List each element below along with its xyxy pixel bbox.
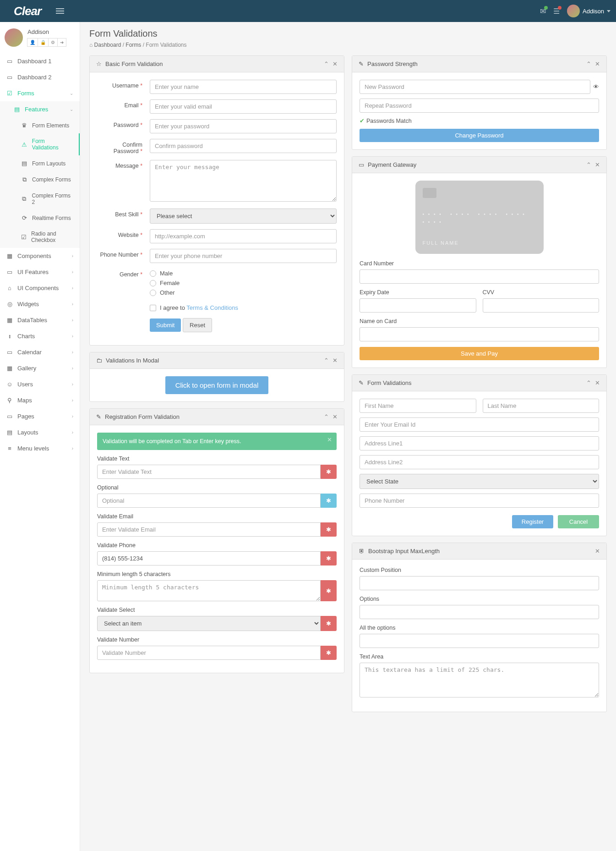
optional-input[interactable] <box>97 494 321 508</box>
register-button[interactable]: Register <box>512 515 553 528</box>
sidebar-item-complex-forms[interactable]: ⧉Complex Forms <box>0 171 80 188</box>
sidebar-item-datatables[interactable]: ▦DataTables› <box>0 312 80 328</box>
collapse-icon[interactable]: ⌃ <box>586 60 591 67</box>
close-icon[interactable]: ✕ <box>333 413 338 420</box>
cancel-button[interactable]: Cancel <box>558 515 599 528</box>
close-icon[interactable]: ✕ <box>333 357 338 364</box>
terms-checkbox[interactable]: I agree to Terms & Conditions <box>150 303 337 313</box>
confirm-password-input[interactable] <box>150 139 337 153</box>
alert-close-icon[interactable]: ✕ <box>327 436 332 443</box>
collapse-icon[interactable]: ⌃ <box>324 413 329 420</box>
custom-position-input[interactable] <box>360 576 599 590</box>
menu-toggle-icon[interactable] <box>52 3 68 19</box>
breadcrumb-link[interactable]: Dashboard <box>94 42 121 48</box>
skill-select[interactable]: Please select <box>150 209 337 224</box>
sidebar-item-realtime-forms[interactable]: ⟳Realtime Forms <box>0 210 80 226</box>
sidebar-item-form-validations[interactable]: ⚠Form Validations <box>0 133 80 155</box>
all-options-input[interactable] <box>360 634 599 648</box>
brand-logo[interactable]: Clear <box>5 4 52 18</box>
message-textarea[interactable] <box>150 160 337 202</box>
sidebar-item-form-layouts[interactable]: ▤Form Layouts <box>0 155 80 171</box>
clear-icon[interactable]: ✱ <box>321 616 337 631</box>
address2-input[interactable] <box>360 455 599 469</box>
radio-other[interactable]: Other <box>150 288 337 297</box>
sidebar-item-features[interactable]: ▤Features⌄ <box>0 101 80 117</box>
sidebar-item-ui-components[interactable]: ⌂UI Components› <box>0 280 80 296</box>
info-icon[interactable]: ✱ <box>321 494 337 508</box>
gear-icon[interactable]: ⚙ <box>48 38 58 47</box>
sidebar-item-gallery[interactable]: ▦Gallery› <box>0 360 80 376</box>
minlen-textarea[interactable] <box>97 580 321 601</box>
clear-icon[interactable]: ✱ <box>321 551 337 566</box>
name-on-card-input[interactable] <box>360 327 599 341</box>
sidebar-item-users[interactable]: ☺Users› <box>0 376 80 392</box>
sidebar-item-charts[interactable]: ⫾Charts› <box>0 328 80 344</box>
change-password-button[interactable]: Change Password <box>360 129 599 142</box>
first-name-input[interactable] <box>360 399 476 413</box>
sidebar-item-form-elements[interactable]: ♛Form Elements <box>0 117 80 133</box>
sidebar-item-complex-forms-2[interactable]: ⧉Complex Forms 2 <box>0 188 80 210</box>
phone-input[interactable] <box>360 494 599 508</box>
username-input[interactable] <box>150 80 337 94</box>
clear-icon[interactable]: ✱ <box>321 580 337 601</box>
validate-phone-input[interactable] <box>97 551 321 566</box>
user-icon[interactable]: 👤 <box>27 38 38 47</box>
sidebar-item-ui-features[interactable]: ▭UI Features› <box>0 264 80 280</box>
close-icon[interactable]: ✕ <box>595 548 600 555</box>
validate-email-input[interactable] <box>97 522 321 537</box>
expiry-input[interactable] <box>360 298 476 313</box>
logout-icon[interactable]: ➜ <box>57 38 66 47</box>
collapse-icon[interactable]: ⌃ <box>324 60 329 67</box>
sidebar-item-forms[interactable]: ☑Forms⌄ <box>0 85 80 101</box>
email-input[interactable] <box>150 99 337 114</box>
eye-icon[interactable]: 👁 <box>593 83 599 90</box>
sidebar-item-dashboard-1[interactable]: ▭Dashboard 1 <box>0 53 80 69</box>
phone-input[interactable] <box>150 249 337 263</box>
mail-icon[interactable]: ✉ <box>540 7 546 16</box>
website-input[interactable] <box>150 229 337 243</box>
validate-text-input[interactable] <box>97 465 321 479</box>
limited-textarea[interactable] <box>360 663 599 697</box>
clear-icon[interactable]: ✱ <box>321 465 337 479</box>
options-input[interactable] <box>360 605 599 619</box>
sidebar-item-dashboard-2[interactable]: ▭Dashboard 2 <box>0 69 80 85</box>
save-pay-button[interactable]: Save and Pay <box>360 347 599 360</box>
sidebar-item-maps[interactable]: ⚲Maps› <box>0 392 80 408</box>
sidebar-item-widgets[interactable]: ◎Widgets› <box>0 296 80 312</box>
close-icon[interactable]: ✕ <box>595 60 600 67</box>
radio-male[interactable]: Male <box>150 269 337 278</box>
validate-number-input[interactable] <box>97 646 321 660</box>
user-menu[interactable]: Addison <box>567 5 611 17</box>
open-modal-button[interactable]: Click to open form in modal <box>165 376 269 394</box>
terms-link[interactable]: Terms & Conditions <box>186 304 238 311</box>
repeat-password-input[interactable] <box>360 99 599 113</box>
close-icon[interactable]: ✕ <box>595 379 600 386</box>
tasks-icon[interactable]: ☰ <box>553 7 560 16</box>
state-select[interactable]: Select State <box>360 474 599 489</box>
sidebar-item-pages[interactable]: ▭Pages› <box>0 408 80 424</box>
collapse-icon[interactable]: ⌃ <box>586 161 591 168</box>
close-icon[interactable]: ✕ <box>595 161 600 168</box>
address1-input[interactable] <box>360 436 599 450</box>
lock-icon[interactable]: 🔒 <box>38 38 49 47</box>
validate-select[interactable]: Select an item <box>97 616 321 631</box>
close-icon[interactable]: ✕ <box>333 60 338 67</box>
reset-button[interactable]: Reset <box>183 318 212 332</box>
clear-icon[interactable]: ✱ <box>321 522 337 537</box>
submit-button[interactable]: Submit <box>150 318 181 332</box>
collapse-icon[interactable]: ⌃ <box>586 379 591 386</box>
card-number-input[interactable] <box>360 269 599 284</box>
email-input[interactable] <box>360 417 599 432</box>
sidebar-item-components[interactable]: ▦Components› <box>0 248 80 264</box>
sidebar-item-radio-and-checkbox[interactable]: ☑Radio and Checkbox <box>0 226 80 248</box>
breadcrumb-link[interactable]: Forms <box>125 42 141 48</box>
new-password-input[interactable] <box>360 80 590 94</box>
radio-female[interactable]: Female <box>150 278 337 288</box>
cvv-input[interactable] <box>483 298 600 313</box>
sidebar-item-layouts[interactable]: ▤Layouts› <box>0 424 80 440</box>
clear-icon[interactable]: ✱ <box>321 646 337 660</box>
sidebar-item-calendar[interactable]: ▭Calendar› <box>0 344 80 360</box>
sidebar-item-menu-levels[interactable]: ≡Menu levels› <box>0 440 80 456</box>
last-name-input[interactable] <box>483 399 600 413</box>
collapse-icon[interactable]: ⌃ <box>324 357 329 364</box>
